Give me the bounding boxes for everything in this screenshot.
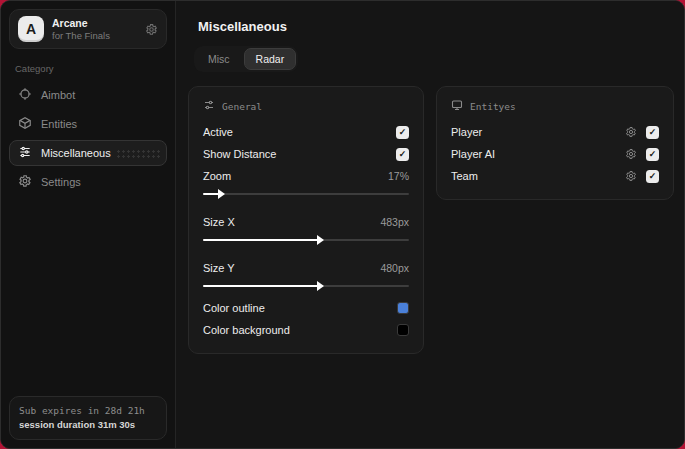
setting-row-color-outline: Color outline <box>203 297 409 319</box>
show-distance-checkbox[interactable] <box>396 148 409 161</box>
gear-icon <box>18 174 32 190</box>
setting-row-size-y: Size Y 480px <box>203 257 409 279</box>
app-logo: A <box>18 16 44 42</box>
entity-row-player: Player <box>451 121 659 143</box>
zoom-value: 17% <box>388 170 409 182</box>
zoom-slider[interactable] <box>203 187 409 201</box>
active-checkbox[interactable] <box>396 126 409 139</box>
sidebar-item-aimbot[interactable]: Aimbot <box>9 82 167 108</box>
sidebar-item-label: Settings <box>41 176 81 188</box>
profile-card[interactable]: A Arcane for The Finals <box>9 9 167 49</box>
player-ai-gear-icon[interactable] <box>625 148 637 160</box>
sidebar-item-label: Miscellaneous <box>41 147 111 159</box>
sub-expires-text: Sub expires in 28d 21h <box>19 404 157 418</box>
zoom-slider-thumb[interactable] <box>218 189 225 199</box>
team-gear-icon[interactable] <box>625 170 637 182</box>
entity-row-player-ai: Player AI <box>451 143 659 165</box>
profile-gear-icon[interactable] <box>145 23 158 36</box>
sidebar-item-settings[interactable]: Settings <box>9 169 167 195</box>
main-content: Miscellaneous Misc Radar General <box>176 1 685 448</box>
setting-row-show-distance: Show Distance <box>203 143 409 165</box>
cube-icon <box>18 116 32 132</box>
tab-misc[interactable]: Misc <box>196 48 242 70</box>
size-y-value: 480px <box>380 262 409 274</box>
tab-bar: Misc Radar <box>194 46 298 72</box>
color-background-swatch[interactable] <box>397 324 409 336</box>
page-title: Miscellaneous <box>198 19 674 34</box>
panel-title: Entityes <box>470 101 516 112</box>
color-outline-swatch[interactable] <box>397 302 409 314</box>
sidebar-item-miscellaneous[interactable]: Miscellaneous <box>9 140 167 166</box>
setting-row-zoom: Zoom 17% <box>203 165 409 187</box>
subscription-status: Sub expires in 28d 21h session duration … <box>9 396 167 441</box>
size-x-slider[interactable] <box>203 233 409 247</box>
player-gear-icon[interactable] <box>625 126 637 138</box>
tab-radar[interactable]: Radar <box>244 48 297 70</box>
player-checkbox[interactable] <box>646 126 659 139</box>
sliders-icon <box>18 145 32 161</box>
crosshair-icon <box>18 87 32 103</box>
panel-title: General <box>222 101 262 112</box>
monitor-icon <box>451 99 463 113</box>
size-x-value: 483px <box>380 216 409 228</box>
size-x-slider-thumb[interactable] <box>317 235 324 245</box>
sidebar-item-entities[interactable]: Entities <box>9 111 167 137</box>
sidebar-item-label: Aimbot <box>41 89 75 101</box>
app-window: A Arcane for The Finals Category Aimbot <box>0 0 685 449</box>
sidebar-item-label: Entities <box>41 118 77 130</box>
size-y-slider[interactable] <box>203 279 409 293</box>
category-label: Category <box>15 63 161 74</box>
team-checkbox[interactable] <box>646 170 659 183</box>
panel-sliders-icon <box>203 99 215 113</box>
session-duration-text: session duration 31m 30s <box>19 418 157 432</box>
entities-panel: Entityes Player P <box>436 86 674 200</box>
setting-row-active: Active <box>203 121 409 143</box>
setting-row-size-x: Size X 483px <box>203 211 409 233</box>
player-ai-checkbox[interactable] <box>646 148 659 161</box>
entity-row-team: Team <box>451 165 659 187</box>
sidebar: A Arcane for The Finals Category Aimbot <box>1 1 176 448</box>
general-panel: General Active Show Distance Zoom 17% <box>188 86 424 354</box>
setting-row-color-background: Color background <box>203 319 409 341</box>
app-subtitle: for The Finals <box>52 30 137 41</box>
size-y-slider-thumb[interactable] <box>317 281 324 291</box>
app-title: Arcane <box>52 17 137 30</box>
